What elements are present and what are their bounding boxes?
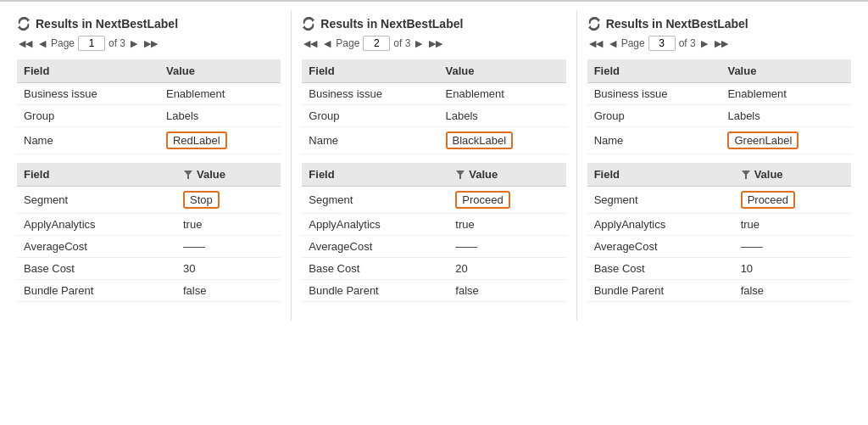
value-header-label: Value [754, 168, 783, 181]
table-1-header: Field [587, 59, 721, 83]
page-label: Page [336, 37, 359, 49]
field-cell: AverageCost [17, 236, 176, 258]
table-1: FieldValueBusiness issueEnablementGroupL… [17, 59, 281, 154]
value-highlight: Proceed [741, 191, 795, 209]
value-cell: —— [448, 236, 565, 258]
value-cell: 30 [176, 258, 281, 280]
value-header-label: Value [197, 168, 225, 181]
table-row: GroupLabels [302, 105, 565, 127]
table-row: SegmentProceed [302, 187, 565, 214]
table-2-field-header: Field [587, 163, 734, 187]
sync-icon [302, 17, 315, 31]
field-cell: ApplyAnalytics [587, 214, 734, 236]
value-cell: 10 [734, 258, 851, 280]
page-input[interactable] [363, 36, 390, 51]
svg-marker-1 [456, 171, 465, 179]
value-cell: Labels [159, 105, 281, 127]
value-cell: Enablement [159, 83, 281, 105]
table-row: ApplyAnalyticstrue [302, 214, 565, 236]
filter-icon[interactable] [183, 170, 193, 180]
field-cell: ApplyAnalytics [17, 214, 176, 236]
field-cell: Bundle Parent [17, 280, 176, 302]
table-2-value-header: Value [734, 163, 851, 187]
value-highlight: GreenLabel [727, 131, 798, 149]
filter-icon[interactable] [455, 170, 465, 180]
page-first-button[interactable]: ◀◀ [302, 37, 319, 50]
panel-title-text: Results in NextBestLabel [36, 17, 178, 31]
table-row: Bundle Parentfalse [17, 280, 281, 302]
value-cell: Proceed [448, 187, 565, 214]
table-row: Base Cost30 [17, 258, 281, 280]
sync-icon [587, 17, 601, 31]
table-2-value-header: Value [176, 163, 281, 187]
value-cell: Stop [176, 187, 281, 214]
page-next-button[interactable]: ▶ [699, 37, 709, 50]
field-cell: Segment [587, 187, 734, 214]
panel-title: Results in NextBestLabel [587, 10, 851, 36]
value-cell: BlackLabel [439, 127, 566, 154]
page-prev-button[interactable]: ◀ [37, 37, 47, 50]
page-prev-button[interactable]: ◀ [322, 37, 332, 50]
value-cell: Labels [721, 105, 851, 127]
pagination: ◀◀◀Pageof 3▶▶▶ [587, 36, 851, 51]
panel-1: Results in NextBestLabel◀◀◀Pageof 3▶▶▶Fi… [7, 10, 292, 321]
table-row: Base Cost10 [587, 258, 851, 280]
pagination: ◀◀◀Pageof 3▶▶▶ [17, 36, 281, 51]
table-row: ApplyAnalyticstrue [587, 214, 851, 236]
field-cell: Bundle Parent [302, 280, 448, 302]
field-cell: Business issue [302, 83, 438, 105]
table-row: GroupLabels [587, 105, 851, 127]
table-row: NameRedLabel [17, 127, 281, 154]
field-cell: Business issue [17, 83, 159, 105]
page-prev-button[interactable]: ◀ [608, 37, 618, 50]
page-last-button[interactable]: ▶▶ [713, 37, 730, 50]
table-row: AverageCost—— [17, 236, 281, 258]
value-cell: Enablement [439, 83, 566, 105]
table-1-header: Field [17, 59, 159, 83]
table-row: AverageCost—— [302, 236, 565, 258]
svg-marker-0 [184, 171, 192, 179]
table-row: Business issueEnablement [302, 83, 565, 105]
table-2: FieldValueSegmentStopApplyAnalyticstrueA… [17, 163, 281, 302]
field-cell: Bundle Parent [587, 280, 734, 302]
page-first-button[interactable]: ◀◀ [17, 37, 34, 50]
page-next-button[interactable]: ▶ [414, 37, 424, 50]
table-1-header: Value [159, 59, 281, 83]
page-label: Page [621, 37, 645, 49]
table-row: ApplyAnalyticstrue [17, 214, 281, 236]
value-cell: Proceed [734, 187, 851, 214]
pagination: ◀◀◀Pageof 3▶▶▶ [302, 36, 565, 51]
value-cell: true [448, 214, 565, 236]
page-last-button[interactable]: ▶▶ [142, 37, 159, 50]
value-cell: false [176, 280, 281, 302]
field-cell: Base Cost [587, 258, 734, 280]
panel-title: Results in NextBestLabel [17, 10, 281, 36]
page-of-label: of 3 [393, 37, 410, 49]
panel-3: Results in NextBestLabel◀◀◀Pageof 3▶▶▶Fi… [577, 10, 861, 321]
value-highlight: RedLabel [166, 131, 227, 149]
table-1-header: Value [439, 59, 566, 83]
panel-title: Results in NextBestLabel [302, 10, 565, 36]
filter-icon[interactable] [741, 170, 751, 180]
value-cell: true [734, 214, 851, 236]
value-cell: true [176, 214, 281, 236]
table-2-value-header: Value [448, 163, 565, 187]
page-next-button[interactable]: ▶ [129, 37, 139, 50]
value-cell: false [734, 280, 851, 302]
table-1-header: Field [302, 59, 438, 83]
page-input[interactable] [78, 36, 105, 51]
page-input[interactable] [648, 36, 676, 51]
table-1: FieldValueBusiness issueEnablementGroupL… [302, 59, 565, 154]
table-2: FieldValueSegmentProceedApplyAnalyticstr… [302, 163, 565, 302]
page-first-button[interactable]: ◀◀ [587, 37, 604, 50]
page-last-button[interactable]: ▶▶ [427, 37, 444, 50]
value-cell: Labels [439, 105, 566, 127]
table-1: FieldValueBusiness issueEnablementGroupL… [587, 59, 851, 154]
table-row: GroupLabels [17, 105, 281, 127]
field-cell: Base Cost [302, 258, 448, 280]
field-cell: Name [302, 127, 438, 154]
field-cell: Name [587, 127, 721, 154]
page-of-label: of 3 [679, 37, 696, 49]
table-row: SegmentStop [17, 187, 281, 214]
table-row: NameBlackLabel [302, 127, 565, 154]
